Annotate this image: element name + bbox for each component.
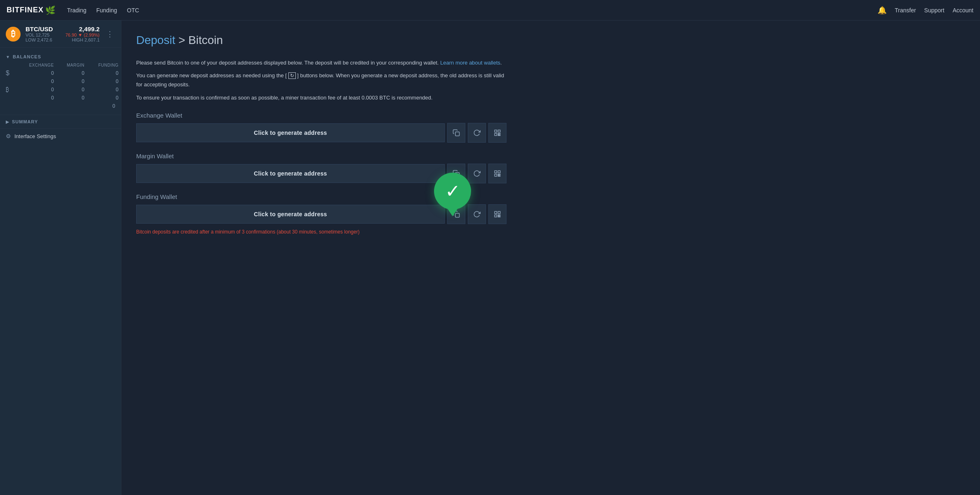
page-title: Deposit > Bitcoin [136,34,965,47]
margin-wallet-label: Margin Wallet [136,153,506,160]
col-exchange: EXCHANGE [16,62,56,69]
svg-rect-1 [495,130,497,132]
nav-right: 🔔 Transfer Support Account [878,6,973,15]
col-margin: MARGIN [56,62,87,69]
svg-rect-4 [498,134,499,134]
change-value: 76.90 [65,32,77,37]
btc-exchange: 0 [16,85,56,94]
ticker-vol: VOL 12,725 [26,32,60,37]
balances-section: ▼ BALANCES EXCHANGE MARGIN FUNDING $ 0 [0,48,121,115]
balances-chevron-icon: ▼ [6,55,10,59]
layout: ₿ BTC/USD VOL 12,725 LOW 2,472.6 2,499.2… [0,21,980,495]
nav-account[interactable]: Account [952,7,973,14]
btc-icon: ₿ [6,27,21,42]
balances-label: BALANCES [13,54,41,59]
ticker-pair: BTC/USD [26,25,60,32]
btc-funding-2: 0 [87,94,121,102]
svg-rect-20 [498,216,500,217]
desc1-text: Please send Bitcoin to one of your depos… [136,60,439,66]
description-1: Please send Bitcoin to one of your depos… [136,58,506,67]
usd-icon: $ [6,69,9,76]
refresh-icon [473,210,481,218]
deposit-link[interactable]: Deposit [136,34,175,46]
refresh-icon [473,129,481,136]
svg-rect-16 [498,211,500,213]
logo[interactable]: BITFINEX 🌿 [7,5,56,15]
top-nav: BITFINEX 🌿 Trading Funding OTC 🔔 Transfe… [0,0,980,21]
nav-funding[interactable]: Funding [96,7,117,14]
usd-funding: 0 [87,69,121,78]
exchange-copy-btn[interactable] [447,123,465,143]
ticker-info: BTC/USD VOL 12,725 LOW 2,472.6 [26,25,60,42]
refresh-symbol: ↻ [288,72,296,79]
copy-icon [453,129,460,136]
svg-rect-0 [455,132,460,136]
ticker-price-block: 2,499.2 76.90 ▼ (2.99%) HIGH 2,607.1 [65,25,100,42]
svg-rect-6 [498,135,500,136]
low-label: LOW [26,37,36,42]
margin-qr-btn[interactable] [488,164,506,183]
low-value: 2,472.6 [37,37,52,42]
svg-rect-12 [499,174,500,175]
balances-header[interactable]: ▼ BALANCES [0,52,121,62]
svg-rect-9 [498,171,500,173]
summary-chevron-icon: ▶ [6,120,9,124]
margin-generate-address-btn[interactable]: Click to generate address [136,164,445,183]
btc-margin-2: 0 [56,94,87,102]
qr-icon [494,170,501,177]
usd-exchange-2: 0 [16,78,56,85]
nav-links: Trading Funding OTC [67,7,878,14]
ticker-more-icon[interactable]: ⋮ [105,30,115,39]
sidebar: ₿ BTC/USD VOL 12,725 LOW 2,472.6 2,499.2… [0,21,121,495]
svg-rect-19 [499,215,500,216]
logo-leaf-icon: 🌿 [45,5,56,15]
footer-note: Bitcoin deposits are credited after a mi… [136,229,506,235]
ticker-low: LOW 2,472.6 [26,37,60,42]
logo-text: BITFINEX [7,6,44,14]
usd-margin-2: 0 [56,78,87,85]
exchange-qr-btn[interactable] [488,123,506,143]
svg-rect-13 [498,176,500,176]
svg-rect-18 [498,215,499,216]
summary-header[interactable]: ▶ SUMMARY [0,117,121,127]
table-row: ₿ 0 0 0 [0,85,121,94]
change-pct: (2.99%) [84,32,100,37]
svg-rect-11 [498,174,499,175]
col-currency [0,62,16,69]
svg-rect-15 [495,211,497,213]
refresh-icon [473,170,481,177]
high-label: HIGH [72,37,84,42]
learn-more-link[interactable]: Learn more about wallets [440,60,500,66]
exchange-wallet-label: Exchange Wallet [136,112,506,119]
nav-trading[interactable]: Trading [67,7,86,14]
svg-rect-17 [495,215,497,217]
funding-generate-address-btn[interactable]: Click to generate address [136,205,445,224]
usd-exchange: 0 [16,69,56,78]
funding-refresh-btn[interactable] [468,204,486,224]
exchange-generate-address-btn[interactable]: Click to generate address [136,123,445,142]
vol-value: 12,725 [36,32,50,37]
ticker-price-value: 2,499.2 [65,25,100,32]
nav-support[interactable]: Support [924,7,944,14]
ticker: ₿ BTC/USD VOL 12,725 LOW 2,472.6 2,499.2… [0,21,121,48]
checkmark-icon: ✓ [445,182,460,200]
svg-rect-2 [498,130,500,132]
breadcrumb-separator: > [179,34,188,46]
bell-icon[interactable]: 🔔 [878,6,887,15]
interface-settings[interactable]: ⚙ Interface Settings [0,129,121,143]
svg-rect-5 [499,134,500,134]
success-popup: ✓ [434,173,471,210]
interface-settings-label: Interface Settings [14,133,56,139]
high-value: 2,607.1 [84,37,100,42]
qr-icon [494,210,501,218]
bitcoin-label: Bitcoin [188,34,223,46]
nav-otc[interactable]: OTC [127,7,139,14]
main-content: Deposit > Bitcoin Please send Bitcoin to… [121,21,980,495]
description-3: To ensure your transaction is confirmed … [136,93,506,102]
nav-transfer[interactable]: Transfer [895,7,916,14]
ticker-change: 76.90 ▼ (2.99%) [65,32,100,37]
exchange-wallet-row: Click to generate address [136,123,506,143]
margin-refresh-btn[interactable] [468,164,486,183]
funding-qr-btn[interactable] [488,204,506,224]
exchange-refresh-btn[interactable] [468,123,486,143]
